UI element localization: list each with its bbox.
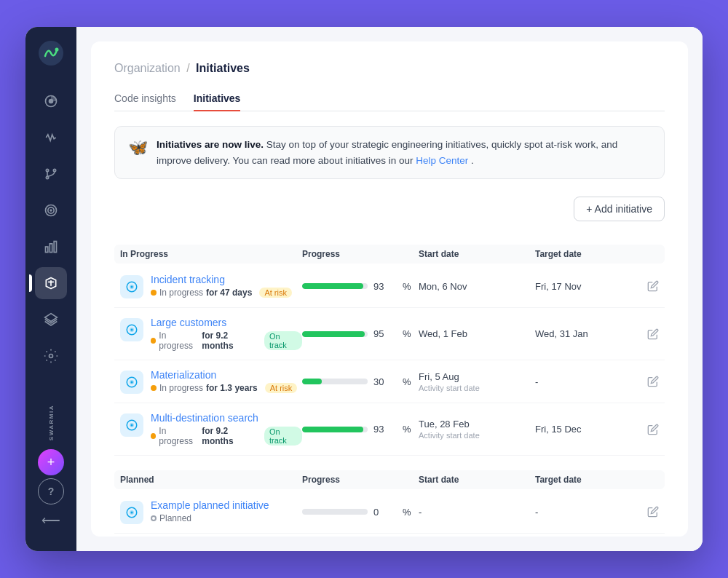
banner-end: . xyxy=(471,155,474,166)
status-text: Planned xyxy=(159,513,191,523)
progress-bar xyxy=(302,509,368,515)
banner-link[interactable]: Help Center xyxy=(416,155,468,166)
sidebar-item-initiatives[interactable] xyxy=(35,267,67,299)
initiative-details: Materialization In progress for 1.3 year… xyxy=(151,369,297,393)
in-progress-label: In Progress xyxy=(120,249,302,259)
add-button[interactable]: + xyxy=(38,449,64,475)
sidebar-item-chart[interactable] xyxy=(35,231,67,263)
status-text: In progress xyxy=(159,383,203,393)
target-date: Fri, 17 Nov xyxy=(535,281,630,292)
edit-button[interactable] xyxy=(630,506,659,518)
tab-code-insights[interactable]: Code insights xyxy=(114,87,176,111)
table-row: Multi-destination search In progress for… xyxy=(114,403,665,456)
planned-header: Planned Progress Start date Target date xyxy=(114,470,665,489)
breadcrumb: Organization / Initiatives xyxy=(114,62,665,75)
initiative-name[interactable]: Large customers xyxy=(151,317,302,328)
status-badge: On track xyxy=(264,331,302,350)
initiative-status: In progress for 47 days At risk xyxy=(151,288,292,298)
sidebar-item-branches[interactable] xyxy=(35,158,67,190)
tab-initiatives[interactable]: Initiatives xyxy=(194,87,241,111)
initiative-details: Incident tracking In progress for 47 day… xyxy=(151,274,292,298)
target-date: Fri, 15 Dec xyxy=(535,424,630,435)
status-badge: At risk xyxy=(265,383,298,393)
sidebar-item-pulse[interactable] xyxy=(35,122,67,154)
table-row: Materialization In progress for 1.3 year… xyxy=(114,360,665,403)
status-text: In progress xyxy=(159,426,199,446)
in-progress-table: In Progress Progress Start date Target d… xyxy=(114,245,665,456)
svg-point-30 xyxy=(131,512,133,514)
initiative-icon xyxy=(120,318,143,341)
progress-bar xyxy=(302,331,368,337)
initiative-name[interactable]: Incident tracking xyxy=(151,274,292,285)
help-button[interactable]: ? xyxy=(38,478,64,504)
sidebar-item-analytics[interactable] xyxy=(35,85,67,117)
initiative-info: Large customers In progress for 9.2 mont… xyxy=(120,317,302,351)
progress-fill xyxy=(302,427,363,432)
initiative-name[interactable]: Multi-destination search xyxy=(151,412,302,424)
info-banner: 🦋 Initiatives are now live. Stay on top … xyxy=(114,126,665,179)
col-actions-1 xyxy=(630,249,659,259)
status-dot xyxy=(151,515,157,521)
initiative-name[interactable]: Example planned initiative xyxy=(151,499,269,511)
progress-bar xyxy=(302,283,368,289)
target-date: - xyxy=(535,507,630,518)
col-actions-2 xyxy=(630,475,659,485)
breadcrumb-parent[interactable]: Organization xyxy=(114,62,181,74)
svg-point-6 xyxy=(53,169,55,171)
col-progress-1: Progress xyxy=(302,249,419,259)
svg-rect-13 xyxy=(54,242,56,253)
initiative-icon xyxy=(120,413,143,437)
progress-cell: 95% xyxy=(302,328,419,339)
sidebar-navigation xyxy=(35,85,67,405)
progress-pct: 30 xyxy=(373,376,397,387)
edit-button[interactable] xyxy=(630,424,659,435)
initiative-info: Materialization In progress for 1.3 year… xyxy=(120,369,302,394)
edit-button[interactable] xyxy=(630,328,659,340)
initiative-icon xyxy=(120,371,143,394)
status-text: In progress xyxy=(159,288,203,298)
target-date: Wed, 31 Jan xyxy=(535,328,630,339)
add-initiative-button[interactable]: + Add initiative xyxy=(574,197,665,221)
breadcrumb-separator: / xyxy=(186,62,189,74)
progress-cell: 0% xyxy=(302,507,419,518)
status-badge: At risk xyxy=(259,288,292,298)
main-content: Organization / Initiatives Code insights… xyxy=(76,27,703,551)
banner-icon: 🦋 xyxy=(128,138,148,157)
in-progress-header: In Progress Progress Start date Target d… xyxy=(114,245,665,264)
progress-pct: 0 xyxy=(373,507,397,518)
tabs-container: Code insights Initiatives xyxy=(114,87,665,111)
status-badge: On track xyxy=(264,427,302,446)
progress-fill xyxy=(302,379,322,384)
progress-cell: 93% xyxy=(302,424,419,435)
progress-fill xyxy=(302,283,363,289)
sidebar-item-layers[interactable] xyxy=(35,304,67,336)
svg-point-1 xyxy=(55,48,59,52)
progress-bar xyxy=(302,379,368,384)
breadcrumb-current: Initiatives xyxy=(196,62,250,74)
edit-button[interactable] xyxy=(630,376,659,387)
status-dot xyxy=(151,338,156,344)
initiative-details: Example planned initiative Planned xyxy=(151,499,269,523)
app-logo[interactable] xyxy=(36,39,66,68)
sidebar-item-targets[interactable] xyxy=(35,194,67,226)
svg-point-4 xyxy=(46,169,48,171)
logout-button[interactable]: ⟵ xyxy=(38,507,64,534)
initiative-info: Example planned initiative Planned xyxy=(120,499,302,524)
col-targetdate-1: Target date xyxy=(535,249,630,259)
initiative-status: In progress for 1.3 years At risk xyxy=(151,383,297,393)
col-startdate-1: Start date xyxy=(419,249,535,259)
initiative-name[interactable]: Materialization xyxy=(151,369,297,381)
svg-point-21 xyxy=(131,329,133,331)
edit-button[interactable] xyxy=(630,280,659,292)
page-card: Organization / Initiatives Code insights… xyxy=(91,41,688,537)
progress-pct: 95 xyxy=(373,328,397,339)
initiative-status: Planned xyxy=(151,513,269,523)
svg-point-27 xyxy=(131,424,133,427)
sidebar-item-settings[interactable] xyxy=(35,340,67,372)
initiative-info: Multi-destination search In progress for… xyxy=(120,412,302,446)
status-text: In progress xyxy=(159,330,199,351)
app-name-label: SWARMIA xyxy=(48,405,55,440)
progress-pct: 93 xyxy=(373,424,397,435)
svg-point-24 xyxy=(131,381,133,384)
planned-label: Planned xyxy=(120,475,302,485)
